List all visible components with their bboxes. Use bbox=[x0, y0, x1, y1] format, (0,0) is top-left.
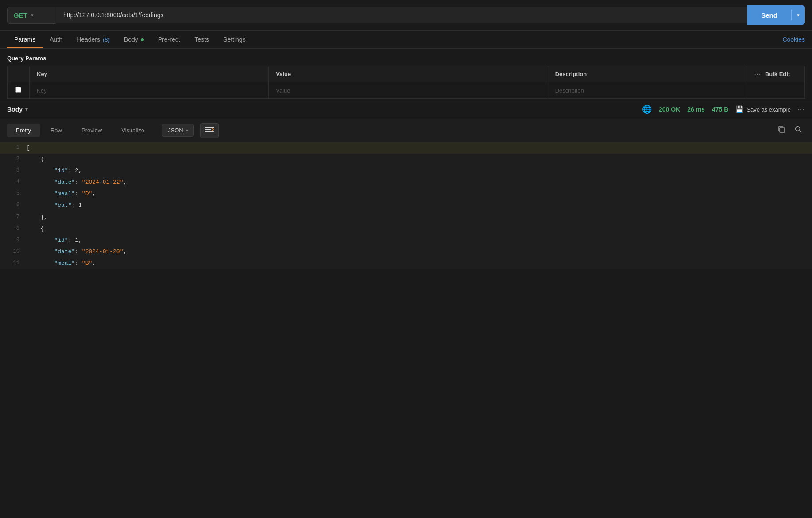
response-tabs: Pretty Raw Preview Visualize JSON ▾ bbox=[0, 119, 812, 142]
save-example-label: Save as example bbox=[746, 106, 791, 113]
url-input-wrapper bbox=[56, 7, 747, 23]
params-table: Key Value Description ··· Bulk Edit Key bbox=[7, 66, 805, 99]
row-action bbox=[747, 82, 804, 99]
line-content-4: "date": "2024-01-22", bbox=[27, 177, 127, 188]
wrap-lines-button[interactable] bbox=[200, 123, 219, 138]
response-header: Body ▾ 🌐 200 OK 26 ms 475 B 💾 Save as ex… bbox=[0, 100, 812, 119]
line-num-10: 10 bbox=[0, 246, 27, 257]
table-row: Key Value Description bbox=[8, 82, 805, 99]
line-num-7: 7 bbox=[0, 212, 27, 222]
tab-tests-label: Tests bbox=[194, 36, 209, 43]
response-right-actions bbox=[775, 123, 805, 138]
tab-auth[interactable]: Auth bbox=[43, 31, 70, 48]
code-line-11: 11 "meal": "B", bbox=[0, 258, 812, 269]
save-as-example-button[interactable]: 💾 Save as example bbox=[735, 105, 791, 113]
desc-placeholder: Description bbox=[555, 87, 584, 94]
response-body-label[interactable]: Body ▾ bbox=[7, 106, 28, 113]
save-icon: 💾 bbox=[735, 105, 744, 113]
request-tabs: Params Auth Headers (8) Body Pre-req. Te… bbox=[0, 31, 812, 49]
code-line-9: 9 "id": 1, bbox=[0, 235, 812, 246]
query-params-section: Query Params Key Value Description ··· B… bbox=[0, 49, 812, 99]
response-size: 475 B bbox=[712, 106, 728, 113]
send-button[interactable]: Send ▾ bbox=[747, 5, 805, 25]
code-line-3: 3 "id": 2, bbox=[0, 165, 812, 177]
svg-line-5 bbox=[800, 131, 802, 133]
format-dropdown[interactable]: JSON ▾ bbox=[162, 124, 194, 137]
svg-rect-1 bbox=[205, 129, 211, 130]
row-checkbox[interactable] bbox=[8, 82, 30, 99]
copy-button[interactable] bbox=[775, 123, 788, 138]
body-active-dot bbox=[141, 38, 144, 41]
code-view: 1 [ 2 { 3 "id": 2, 4 "date": "2024-01-22… bbox=[0, 142, 812, 269]
method-chevron-icon: ▾ bbox=[31, 12, 34, 18]
svg-rect-0 bbox=[205, 127, 214, 128]
bulk-edit-label: Bulk Edit bbox=[765, 71, 790, 77]
tab-settings[interactable]: Settings bbox=[216, 31, 253, 48]
resp-tab-preview-label: Preview bbox=[81, 127, 102, 134]
tab-headers-label: Headers bbox=[77, 36, 100, 43]
tab-auth-label: Auth bbox=[50, 36, 62, 43]
line-num-6: 6 bbox=[0, 200, 27, 210]
line-content-5: "meal": "D", bbox=[27, 188, 96, 200]
globe-icon: 🌐 bbox=[642, 104, 652, 114]
headers-badge: (8) bbox=[103, 36, 110, 43]
line-num-1: 1 bbox=[0, 142, 27, 153]
params-value-header: Value bbox=[269, 66, 548, 82]
tab-prereq[interactable]: Pre-req. bbox=[151, 31, 188, 48]
line-num-5: 5 bbox=[0, 188, 27, 199]
cookies-link[interactable]: Cookies bbox=[782, 36, 805, 43]
code-line-10: 10 "date": "2024-01-20", bbox=[0, 246, 812, 258]
query-params-title: Query Params bbox=[7, 55, 805, 62]
svg-point-4 bbox=[796, 127, 800, 131]
tab-body[interactable]: Body bbox=[117, 31, 151, 48]
line-content-11: "meal": "B", bbox=[27, 258, 96, 269]
resp-tab-raw[interactable]: Raw bbox=[42, 124, 71, 137]
line-num-2: 2 bbox=[0, 154, 27, 164]
code-line-5: 5 "meal": "D", bbox=[0, 188, 812, 200]
row-description[interactable]: Description bbox=[548, 82, 747, 99]
tab-settings-label: Settings bbox=[223, 36, 246, 43]
line-content-10: "date": "2024-01-20", bbox=[27, 246, 127, 258]
bulk-edit-three-dots: ··· bbox=[754, 71, 762, 77]
tab-tests[interactable]: Tests bbox=[187, 31, 216, 48]
resp-tab-visualize[interactable]: Visualize bbox=[112, 124, 153, 137]
tabs-left: Params Auth Headers (8) Body Pre-req. Te… bbox=[7, 31, 253, 48]
url-input[interactable] bbox=[63, 12, 740, 19]
status-code: 200 OK bbox=[659, 106, 680, 113]
line-content-2: { bbox=[27, 154, 44, 165]
response-more-options-icon[interactable]: ··· bbox=[798, 106, 805, 112]
code-line-2: 2 { bbox=[0, 154, 812, 165]
code-line-7: 7 }, bbox=[0, 212, 812, 223]
row-value[interactable]: Value bbox=[269, 82, 548, 99]
line-content-9: "id": 1, bbox=[27, 235, 82, 246]
resp-tab-pretty[interactable]: Pretty bbox=[7, 124, 40, 137]
params-bulk-edit-header[interactable]: ··· Bulk Edit bbox=[747, 66, 804, 82]
code-line-8: 8 { bbox=[0, 223, 812, 235]
response-meta: 🌐 200 OK 26 ms 475 B 💾 Save as example ·… bbox=[642, 104, 805, 114]
resp-tab-pretty-label: Pretty bbox=[16, 127, 31, 134]
tab-params[interactable]: Params bbox=[7, 31, 43, 48]
line-num-8: 8 bbox=[0, 223, 27, 234]
params-desc-header: Description bbox=[548, 66, 747, 82]
param-checkbox[interactable] bbox=[15, 87, 21, 93]
send-chevron-icon: ▾ bbox=[792, 12, 805, 18]
line-content-1: [ bbox=[27, 142, 30, 154]
method-dropdown[interactable]: GET ▾ bbox=[7, 7, 56, 24]
line-content-7: }, bbox=[27, 212, 47, 223]
response-time: 26 ms bbox=[687, 106, 705, 113]
row-key[interactable]: Key bbox=[30, 82, 269, 99]
line-content-8: { bbox=[27, 223, 44, 235]
resp-tab-visualize-label: Visualize bbox=[121, 127, 144, 134]
line-content-3: "id": 2, bbox=[27, 165, 82, 177]
url-bar-section: GET ▾ Send ▾ bbox=[0, 0, 812, 31]
search-button[interactable] bbox=[792, 123, 805, 138]
resp-tab-preview[interactable]: Preview bbox=[73, 124, 111, 137]
line-content-6: "cat": 1 bbox=[27, 200, 82, 211]
tab-prereq-label: Pre-req. bbox=[158, 36, 181, 43]
key-placeholder: Key bbox=[37, 87, 46, 94]
svg-rect-2 bbox=[205, 131, 214, 132]
line-num-3: 3 bbox=[0, 165, 27, 176]
tab-headers[interactable]: Headers (8) bbox=[70, 31, 117, 48]
line-num-4: 4 bbox=[0, 177, 27, 187]
tab-body-label: Body bbox=[124, 36, 138, 43]
